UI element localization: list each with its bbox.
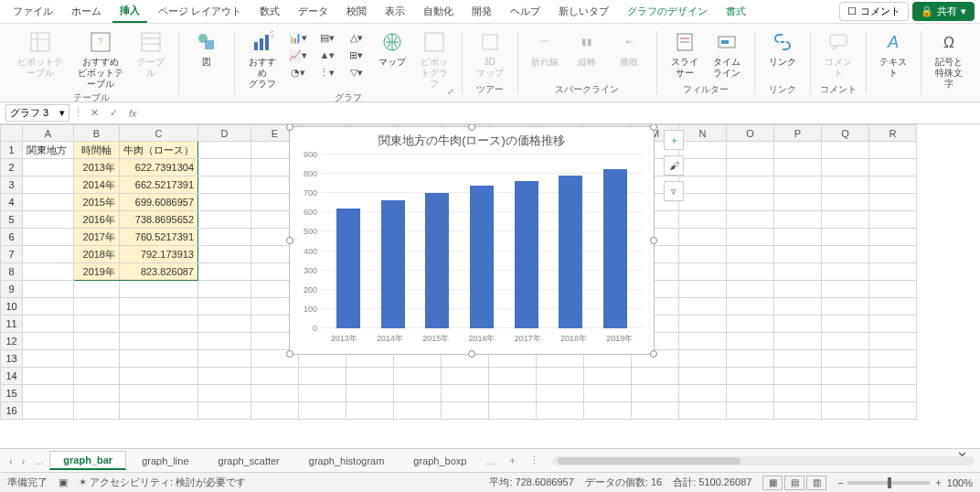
col-header[interactable]: D [198,125,251,142]
cell[interactable]: 2017年 [74,229,120,246]
cell[interactable] [679,194,727,211]
resize-handle[interactable] [650,350,657,358]
rec-pivot-button[interactable]: ?おすすめ ピボットテーブル [73,27,128,91]
cell[interactable] [727,298,774,316]
cell[interactable] [822,263,869,281]
cell[interactable] [198,176,251,194]
cell[interactable] [394,368,442,385]
row-header[interactable]: 1 [1,142,23,159]
row-header[interactable]: 5 [1,211,23,229]
cell[interactable] [74,368,120,385]
menu-insert[interactable]: 挿入 [112,0,147,23]
embedded-chart[interactable]: 関東地方の牛肉(ロース)の価格推移 0100200300400500600700… [289,126,655,355]
row-header[interactable]: 11 [1,316,23,333]
cell[interactable] [23,281,74,298]
menu-automate[interactable]: 自動化 [416,1,461,22]
cell[interactable]: 2018年 [74,246,120,263]
cell[interactable] [299,402,346,420]
cell[interactable] [23,159,74,176]
cell[interactable] [120,385,198,402]
chart-filter-button[interactable]: ▿ [664,181,684,201]
new-sheet-button[interactable]: ＋ [501,453,524,468]
row-header[interactable]: 7 [1,246,23,263]
scatter-chart-icon[interactable]: ⋮▾ [315,64,339,80]
cell[interactable] [198,246,251,263]
sheet-tab[interactable]: graph_line [128,452,202,470]
cell[interactable] [198,263,251,281]
cell[interactable] [198,350,251,368]
cell[interactable] [120,350,198,368]
menu-formula[interactable]: 数式 [252,1,287,22]
cell[interactable]: 760.5217391 [120,229,198,246]
cell[interactable] [23,211,74,229]
cell[interactable] [822,246,869,263]
cell[interactable] [442,368,489,385]
cell[interactable] [869,194,917,211]
cell[interactable] [774,402,822,420]
cell[interactable] [869,246,917,263]
cell[interactable] [120,333,198,350]
cell[interactable] [442,402,489,420]
cell[interactable] [727,142,774,159]
col-header[interactable]: B [74,125,120,142]
chart-bar[interactable] [515,181,538,328]
fx-icon[interactable]: fx [125,108,141,119]
sheet-tab[interactable]: graph_bar [49,451,126,470]
cell[interactable] [346,402,394,420]
chart-styles-button[interactable]: 🖌 [664,155,684,176]
col-chart-icon[interactable]: 📊▾ [286,29,310,46]
cell[interactable] [869,142,917,159]
cell[interactable] [74,385,120,402]
cell[interactable] [774,159,822,176]
cell[interactable] [584,402,632,420]
illustrations-button[interactable]: 図 [188,27,225,70]
menu-review[interactable]: 校閲 [339,1,374,22]
cell[interactable] [869,350,917,368]
row-header[interactable]: 10 [1,298,23,316]
cell[interactable] [198,142,251,159]
cell[interactable] [727,281,774,298]
row-header[interactable]: 8 [1,263,23,281]
cell[interactable] [822,211,869,229]
chart-bar[interactable] [425,193,449,328]
cell[interactable]: 699.6086957 [120,194,198,211]
cell[interactable]: 時間軸 [74,142,120,159]
cell[interactable] [120,281,198,298]
menu-pagelayout[interactable]: ページ レイアウト [151,1,249,22]
menu-format[interactable]: 書式 [719,1,753,22]
menu-chartdesign[interactable]: グラフのデザイン [620,1,715,22]
cell[interactable] [727,194,774,211]
cell[interactable] [198,316,251,333]
cell[interactable] [869,281,917,298]
cell[interactable]: 622.7391304 [120,159,198,176]
cell[interactable] [120,368,198,385]
resize-handle[interactable] [286,350,293,358]
resize-handle[interactable] [650,237,657,244]
cell[interactable] [822,176,869,194]
cell[interactable] [727,159,774,176]
sheet-tabs-overflow[interactable]: … [482,455,499,466]
comment-ribbon-button[interactable]: コメント [820,27,857,80]
cell[interactable] [679,298,727,316]
accessibility-status[interactable]: ✶ アクセシビリティ: 検討が必要です [79,476,246,489]
cell[interactable] [774,385,822,402]
cell[interactable] [23,176,74,194]
col-header[interactable]: Q [822,125,869,142]
cell[interactable] [774,263,822,281]
cell[interactable] [774,194,822,211]
cell[interactable] [774,246,822,263]
cell[interactable] [198,298,251,316]
row-header[interactable]: 3 [1,176,23,194]
sheet-nav-next[interactable]: › [18,455,29,466]
cell[interactable] [537,368,584,385]
cell[interactable] [869,316,917,333]
share-button[interactable]: 🔒 共有 ▾ [912,2,975,21]
cell[interactable] [869,298,917,316]
cell[interactable] [632,385,679,402]
cell[interactable] [198,333,251,350]
symbol-button[interactable]: Ω記号と 特殊文字 [931,27,967,91]
spark-col-button[interactable]: ▮▮縦棒 [569,27,605,70]
cell[interactable] [869,333,917,350]
cell[interactable] [774,350,822,368]
cell[interactable]: 2013年 [74,159,120,176]
